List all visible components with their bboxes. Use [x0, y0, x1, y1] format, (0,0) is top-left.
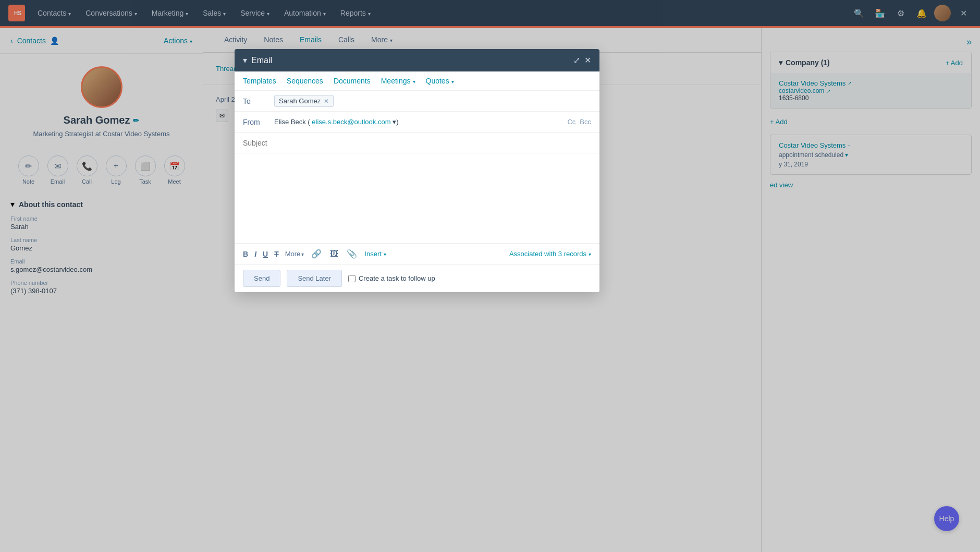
email-actions-footer: Send Send Later Create a task to follow … [235, 264, 599, 292]
meetings-tool[interactable]: Meetings [381, 77, 415, 85]
associated-chevron-icon [589, 250, 591, 258]
subject-input[interactable] [243, 139, 591, 147]
bcc-button[interactable]: Bcc [580, 118, 591, 126]
modal-header: ▾ Email ⤢ ✕ [235, 49, 599, 71]
sequences-tool[interactable]: Sequences [287, 77, 323, 85]
subject-field[interactable] [235, 133, 599, 153]
cc-bcc-controls: Cc Bcc [567, 118, 591, 126]
italic-button[interactable]: I [254, 250, 256, 258]
recipient-remove-button[interactable]: ✕ [324, 98, 329, 105]
image-icon[interactable]: 🖼 [330, 249, 338, 259]
attachment-icon[interactable]: 📎 [347, 249, 357, 259]
modal-title: Email [251, 56, 272, 65]
email-body[interactable] [235, 153, 599, 243]
strikethrough-button[interactable]: T [274, 250, 279, 258]
email-toolbar: Templates Sequences Documents Meetings Q… [235, 71, 599, 91]
quotes-tool[interactable]: Quotes [426, 77, 454, 85]
send-later-button[interactable]: Send Later [287, 270, 342, 287]
more-format-chevron-icon [301, 250, 304, 258]
insert-button[interactable]: Insert [364, 250, 386, 258]
modal-controls: ⤢ ✕ [573, 55, 591, 65]
meetings-chevron-icon [413, 77, 415, 85]
underline-button[interactable]: U [263, 250, 268, 258]
from-label: From [243, 118, 274, 126]
from-field: From Elise Beck ( elise.s.beck@outlook.c… [235, 112, 599, 133]
modal-title-row: ▾ Email [243, 55, 272, 65]
from-name: Elise Beck ( elise.s.beck@outlook.com ▾) [274, 118, 398, 126]
recipient-tag: Sarah Gomez ✕ [274, 95, 334, 107]
to-label: To [243, 97, 274, 105]
bold-button[interactable]: B [243, 250, 248, 258]
modal-collapse-icon[interactable]: ▾ [243, 55, 247, 65]
followup-checkbox[interactable] [348, 275, 356, 282]
modal-overlay: ▾ Email ⤢ ✕ Templates Sequences Document… [0, 0, 980, 552]
modal-close-button[interactable]: ✕ [584, 55, 591, 65]
link-icon[interactable]: 🔗 [311, 249, 322, 259]
more-format-button[interactable]: More [285, 250, 304, 258]
to-field: To Sarah Gomez ✕ [235, 91, 599, 112]
followup-checkbox-label[interactable]: Create a task to follow up [348, 274, 435, 282]
email-format-toolbar: B I U T More 🔗 🖼 📎 Insert Associated wit… [235, 243, 599, 264]
documents-tool[interactable]: Documents [334, 77, 371, 85]
associated-records-button[interactable]: Associated with 3 records [509, 250, 591, 258]
send-button[interactable]: Send [243, 270, 280, 287]
cc-button[interactable]: Cc [567, 118, 575, 126]
modal-expand-button[interactable]: ⤢ [573, 55, 580, 65]
templates-tool[interactable]: Templates [243, 77, 276, 85]
recipient-name: Sarah Gomez [279, 97, 321, 105]
email-modal: ▾ Email ⤢ ✕ Templates Sequences Document… [235, 49, 599, 292]
quotes-chevron-icon [451, 77, 454, 85]
from-email-link[interactable]: elise.s.beck@outlook.com [312, 118, 390, 126]
email-body-editor[interactable] [243, 162, 591, 235]
insert-chevron-icon [384, 250, 386, 258]
